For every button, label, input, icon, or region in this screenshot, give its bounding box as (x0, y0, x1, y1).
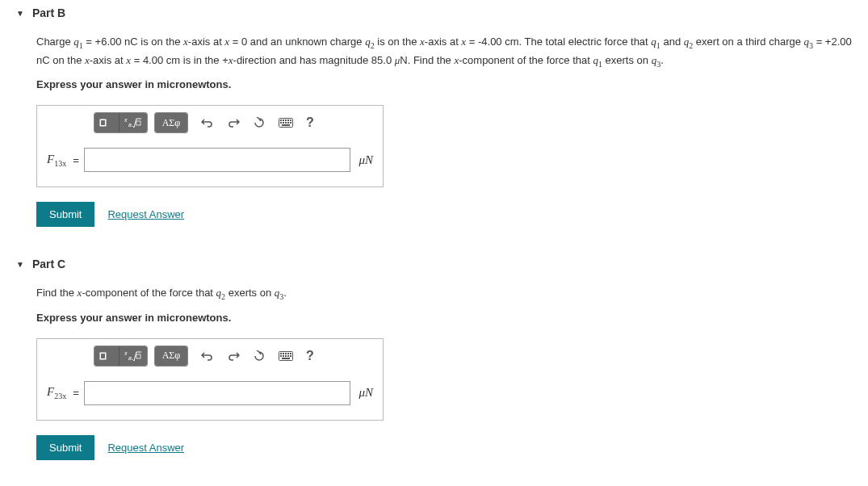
keyboard-button[interactable] (272, 113, 300, 132)
undo-button[interactable] (195, 346, 220, 366)
svg-rect-9 (287, 119, 289, 121)
svg-rect-18 (101, 354, 105, 358)
part-c-problem: Find the x-component of the force that q… (36, 285, 852, 304)
part-c-answer-box: xa ΑΣφ (36, 338, 384, 421)
part-b-request-answer-link[interactable]: Request Answer (107, 208, 184, 220)
svg-rect-21 (136, 354, 140, 358)
svg-rect-24 (283, 353, 284, 354)
fraction-radical-button[interactable]: xa (120, 113, 147, 132)
svg-rect-1 (101, 120, 105, 125)
greek-letters-button[interactable]: ΑΣφ (155, 113, 187, 132)
part-c-section: ▼ Part C Find the x-component of the for… (16, 251, 852, 460)
fraction-radical-button[interactable]: xa (120, 346, 147, 366)
help-button[interactable]: ? (300, 346, 321, 366)
redo-button[interactable] (220, 346, 246, 366)
svg-rect-33 (282, 358, 290, 359)
part-b-unit: μN (359, 153, 373, 167)
svg-rect-13 (285, 122, 287, 124)
part-b-title: Part B (32, 6, 65, 19)
greek-group: ΑΣφ (154, 346, 188, 367)
reset-button[interactable] (246, 346, 272, 366)
svg-rect-4 (136, 121, 140, 125)
part-c-title: Part C (32, 258, 65, 270)
equation-toolbar: xa ΑΣφ (37, 106, 383, 136)
svg-rect-31 (287, 355, 289, 357)
svg-rect-29 (283, 355, 284, 357)
help-button[interactable]: ? (300, 113, 321, 132)
equals-sign: = (73, 387, 79, 399)
template-group: xa (94, 112, 148, 133)
equals-sign: = (73, 154, 79, 166)
templates-button[interactable] (94, 346, 120, 366)
svg-rect-7 (283, 119, 284, 121)
svg-rect-11 (280, 122, 282, 124)
reset-button[interactable] (246, 113, 272, 132)
part-b-submit-button[interactable]: Submit (36, 202, 94, 227)
svg-rect-27 (290, 353, 291, 354)
svg-rect-10 (290, 119, 291, 121)
greek-letters-button[interactable]: ΑΣφ (155, 346, 187, 366)
part-c-lhs: F23x (47, 385, 66, 400)
part-c-instruction: Express your answer in micronewtons. (36, 312, 852, 324)
greek-group: ΑΣφ (154, 112, 188, 133)
svg-text:a: a (128, 122, 132, 128)
svg-rect-30 (285, 355, 287, 357)
svg-rect-14 (287, 122, 289, 124)
svg-rect-26 (287, 353, 289, 354)
undo-button[interactable] (195, 113, 220, 132)
part-c-unit: μN (359, 386, 373, 400)
part-b-problem: Charge q1 = +6.00 nC is on the x-axis at… (36, 34, 852, 70)
svg-text:x: x (124, 117, 128, 123)
svg-rect-32 (290, 355, 291, 357)
part-c-header[interactable]: ▼ Part C (16, 251, 852, 277)
part-b-answer-input[interactable] (84, 148, 351, 172)
svg-rect-15 (290, 122, 291, 124)
part-c-answer-input[interactable] (84, 381, 351, 405)
svg-rect-28 (280, 355, 282, 357)
part-c-request-answer-link[interactable]: Request Answer (107, 442, 184, 454)
templates-button[interactable] (94, 113, 120, 132)
svg-text:a: a (128, 355, 132, 361)
svg-rect-12 (283, 122, 284, 124)
svg-rect-16 (282, 124, 290, 126)
part-b-header[interactable]: ▼ Part B (16, 0, 852, 26)
caret-down-icon: ▼ (16, 9, 24, 18)
svg-rect-8 (285, 119, 287, 121)
keyboard-button[interactable] (272, 346, 300, 366)
svg-rect-23 (280, 353, 282, 354)
caret-down-icon: ▼ (16, 260, 24, 269)
template-group: xa (94, 346, 148, 367)
equation-toolbar: xa ΑΣφ (37, 339, 383, 370)
redo-button[interactable] (220, 113, 246, 132)
part-c-submit-button[interactable]: Submit (36, 435, 94, 460)
part-b-answer-box: xa ΑΣφ (36, 105, 384, 187)
part-b-lhs: F13x (47, 153, 66, 168)
part-b-instruction: Express your answer in micronewtons. (36, 78, 852, 90)
svg-rect-6 (280, 119, 282, 121)
svg-text:x: x (124, 350, 128, 356)
part-b-section: ▼ Part B Charge q1 = +6.00 nC is on the … (16, 0, 852, 227)
svg-rect-25 (285, 353, 287, 354)
